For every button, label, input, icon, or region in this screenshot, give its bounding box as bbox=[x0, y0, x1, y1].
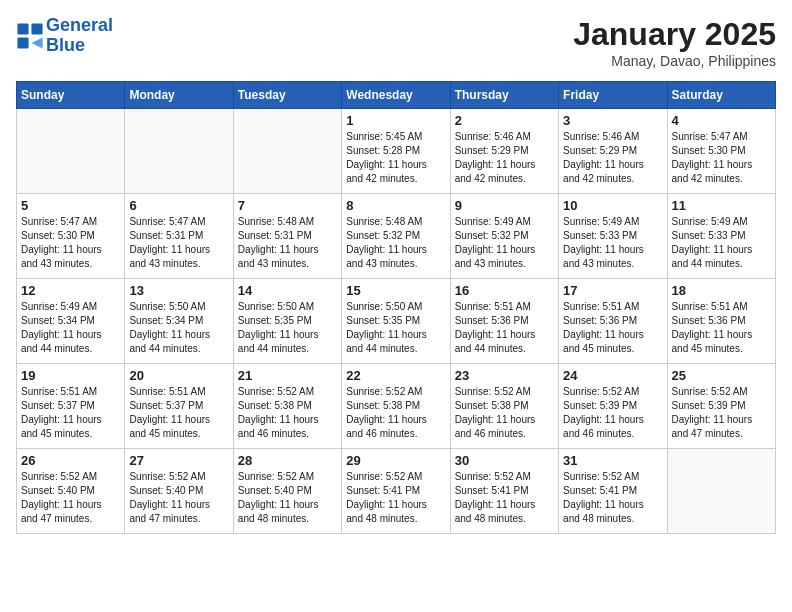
day-number: 14 bbox=[238, 283, 337, 298]
day-info: Sunrise: 5:52 AMSunset: 5:39 PMDaylight:… bbox=[672, 385, 771, 441]
day-info: Sunrise: 5:51 AMSunset: 5:36 PMDaylight:… bbox=[563, 300, 662, 356]
day-number: 7 bbox=[238, 198, 337, 213]
day-info: Sunrise: 5:52 AMSunset: 5:41 PMDaylight:… bbox=[563, 470, 662, 526]
calendar-cell: 23Sunrise: 5:52 AMSunset: 5:38 PMDayligh… bbox=[450, 364, 558, 449]
calendar-cell: 26Sunrise: 5:52 AMSunset: 5:40 PMDayligh… bbox=[17, 449, 125, 534]
day-number: 5 bbox=[21, 198, 120, 213]
day-number: 12 bbox=[21, 283, 120, 298]
month-title: January 2025 bbox=[573, 16, 776, 53]
calendar-cell: 7Sunrise: 5:48 AMSunset: 5:31 PMDaylight… bbox=[233, 194, 341, 279]
calendar-cell: 12Sunrise: 5:49 AMSunset: 5:34 PMDayligh… bbox=[17, 279, 125, 364]
day-number: 29 bbox=[346, 453, 445, 468]
day-number: 22 bbox=[346, 368, 445, 383]
weekday-header: Tuesday bbox=[233, 82, 341, 109]
calendar-cell: 11Sunrise: 5:49 AMSunset: 5:33 PMDayligh… bbox=[667, 194, 775, 279]
calendar-cell: 15Sunrise: 5:50 AMSunset: 5:35 PMDayligh… bbox=[342, 279, 450, 364]
day-info: Sunrise: 5:45 AMSunset: 5:28 PMDaylight:… bbox=[346, 130, 445, 186]
day-info: Sunrise: 5:52 AMSunset: 5:41 PMDaylight:… bbox=[346, 470, 445, 526]
calendar-cell: 21Sunrise: 5:52 AMSunset: 5:38 PMDayligh… bbox=[233, 364, 341, 449]
day-number: 28 bbox=[238, 453, 337, 468]
weekday-header: Friday bbox=[559, 82, 667, 109]
day-info: Sunrise: 5:47 AMSunset: 5:31 PMDaylight:… bbox=[129, 215, 228, 271]
day-number: 30 bbox=[455, 453, 554, 468]
day-number: 2 bbox=[455, 113, 554, 128]
day-number: 11 bbox=[672, 198, 771, 213]
day-number: 27 bbox=[129, 453, 228, 468]
day-number: 31 bbox=[563, 453, 662, 468]
day-number: 8 bbox=[346, 198, 445, 213]
day-number: 15 bbox=[346, 283, 445, 298]
day-info: Sunrise: 5:52 AMSunset: 5:39 PMDaylight:… bbox=[563, 385, 662, 441]
svg-marker-3 bbox=[31, 37, 42, 48]
logo: General Blue bbox=[16, 16, 113, 56]
title-block: January 2025 Manay, Davao, Philippines bbox=[573, 16, 776, 69]
calendar-cell: 27Sunrise: 5:52 AMSunset: 5:40 PMDayligh… bbox=[125, 449, 233, 534]
day-info: Sunrise: 5:49 AMSunset: 5:33 PMDaylight:… bbox=[563, 215, 662, 271]
day-info: Sunrise: 5:49 AMSunset: 5:34 PMDaylight:… bbox=[21, 300, 120, 356]
day-number: 1 bbox=[346, 113, 445, 128]
day-info: Sunrise: 5:51 AMSunset: 5:37 PMDaylight:… bbox=[21, 385, 120, 441]
day-info: Sunrise: 5:48 AMSunset: 5:32 PMDaylight:… bbox=[346, 215, 445, 271]
calendar-cell: 14Sunrise: 5:50 AMSunset: 5:35 PMDayligh… bbox=[233, 279, 341, 364]
calendar-cell: 28Sunrise: 5:52 AMSunset: 5:40 PMDayligh… bbox=[233, 449, 341, 534]
calendar-cell: 19Sunrise: 5:51 AMSunset: 5:37 PMDayligh… bbox=[17, 364, 125, 449]
logo-general: General bbox=[46, 15, 113, 35]
calendar-cell: 8Sunrise: 5:48 AMSunset: 5:32 PMDaylight… bbox=[342, 194, 450, 279]
day-number: 23 bbox=[455, 368, 554, 383]
calendar-cell: 3Sunrise: 5:46 AMSunset: 5:29 PMDaylight… bbox=[559, 109, 667, 194]
calendar-table: SundayMondayTuesdayWednesdayThursdayFrid… bbox=[16, 81, 776, 534]
logo-icon bbox=[16, 22, 44, 50]
calendar-cell bbox=[17, 109, 125, 194]
calendar-cell: 16Sunrise: 5:51 AMSunset: 5:36 PMDayligh… bbox=[450, 279, 558, 364]
weekday-header-row: SundayMondayTuesdayWednesdayThursdayFrid… bbox=[17, 82, 776, 109]
day-number: 9 bbox=[455, 198, 554, 213]
day-info: Sunrise: 5:52 AMSunset: 5:40 PMDaylight:… bbox=[238, 470, 337, 526]
day-info: Sunrise: 5:52 AMSunset: 5:38 PMDaylight:… bbox=[455, 385, 554, 441]
day-info: Sunrise: 5:50 AMSunset: 5:35 PMDaylight:… bbox=[346, 300, 445, 356]
calendar-cell: 4Sunrise: 5:47 AMSunset: 5:30 PMDaylight… bbox=[667, 109, 775, 194]
day-number: 13 bbox=[129, 283, 228, 298]
calendar-cell: 6Sunrise: 5:47 AMSunset: 5:31 PMDaylight… bbox=[125, 194, 233, 279]
page-header: General Blue January 2025 Manay, Davao, … bbox=[16, 16, 776, 69]
calendar-week-row: 1Sunrise: 5:45 AMSunset: 5:28 PMDaylight… bbox=[17, 109, 776, 194]
weekday-header: Saturday bbox=[667, 82, 775, 109]
day-info: Sunrise: 5:52 AMSunset: 5:38 PMDaylight:… bbox=[346, 385, 445, 441]
day-info: Sunrise: 5:49 AMSunset: 5:33 PMDaylight:… bbox=[672, 215, 771, 271]
calendar-cell bbox=[125, 109, 233, 194]
calendar-cell: 29Sunrise: 5:52 AMSunset: 5:41 PMDayligh… bbox=[342, 449, 450, 534]
day-info: Sunrise: 5:52 AMSunset: 5:41 PMDaylight:… bbox=[455, 470, 554, 526]
calendar-week-row: 19Sunrise: 5:51 AMSunset: 5:37 PMDayligh… bbox=[17, 364, 776, 449]
calendar-cell: 10Sunrise: 5:49 AMSunset: 5:33 PMDayligh… bbox=[559, 194, 667, 279]
weekday-header: Sunday bbox=[17, 82, 125, 109]
calendar-cell: 2Sunrise: 5:46 AMSunset: 5:29 PMDaylight… bbox=[450, 109, 558, 194]
day-number: 26 bbox=[21, 453, 120, 468]
calendar-cell: 5Sunrise: 5:47 AMSunset: 5:30 PMDaylight… bbox=[17, 194, 125, 279]
day-number: 25 bbox=[672, 368, 771, 383]
day-number: 18 bbox=[672, 283, 771, 298]
svg-rect-2 bbox=[17, 37, 28, 48]
day-number: 16 bbox=[455, 283, 554, 298]
day-info: Sunrise: 5:51 AMSunset: 5:37 PMDaylight:… bbox=[129, 385, 228, 441]
day-info: Sunrise: 5:52 AMSunset: 5:40 PMDaylight:… bbox=[129, 470, 228, 526]
calendar-cell: 25Sunrise: 5:52 AMSunset: 5:39 PMDayligh… bbox=[667, 364, 775, 449]
weekday-header: Wednesday bbox=[342, 82, 450, 109]
day-info: Sunrise: 5:49 AMSunset: 5:32 PMDaylight:… bbox=[455, 215, 554, 271]
calendar-week-row: 26Sunrise: 5:52 AMSunset: 5:40 PMDayligh… bbox=[17, 449, 776, 534]
calendar-cell: 31Sunrise: 5:52 AMSunset: 5:41 PMDayligh… bbox=[559, 449, 667, 534]
day-info: Sunrise: 5:51 AMSunset: 5:36 PMDaylight:… bbox=[672, 300, 771, 356]
day-number: 21 bbox=[238, 368, 337, 383]
day-number: 17 bbox=[563, 283, 662, 298]
day-info: Sunrise: 5:50 AMSunset: 5:34 PMDaylight:… bbox=[129, 300, 228, 356]
calendar-cell: 24Sunrise: 5:52 AMSunset: 5:39 PMDayligh… bbox=[559, 364, 667, 449]
calendar-cell: 20Sunrise: 5:51 AMSunset: 5:37 PMDayligh… bbox=[125, 364, 233, 449]
day-number: 20 bbox=[129, 368, 228, 383]
day-info: Sunrise: 5:52 AMSunset: 5:38 PMDaylight:… bbox=[238, 385, 337, 441]
svg-rect-1 bbox=[31, 23, 42, 34]
weekday-header: Thursday bbox=[450, 82, 558, 109]
calendar-cell: 17Sunrise: 5:51 AMSunset: 5:36 PMDayligh… bbox=[559, 279, 667, 364]
calendar-cell: 9Sunrise: 5:49 AMSunset: 5:32 PMDaylight… bbox=[450, 194, 558, 279]
calendar-cell bbox=[233, 109, 341, 194]
day-number: 4 bbox=[672, 113, 771, 128]
day-info: Sunrise: 5:47 AMSunset: 5:30 PMDaylight:… bbox=[21, 215, 120, 271]
day-info: Sunrise: 5:51 AMSunset: 5:36 PMDaylight:… bbox=[455, 300, 554, 356]
